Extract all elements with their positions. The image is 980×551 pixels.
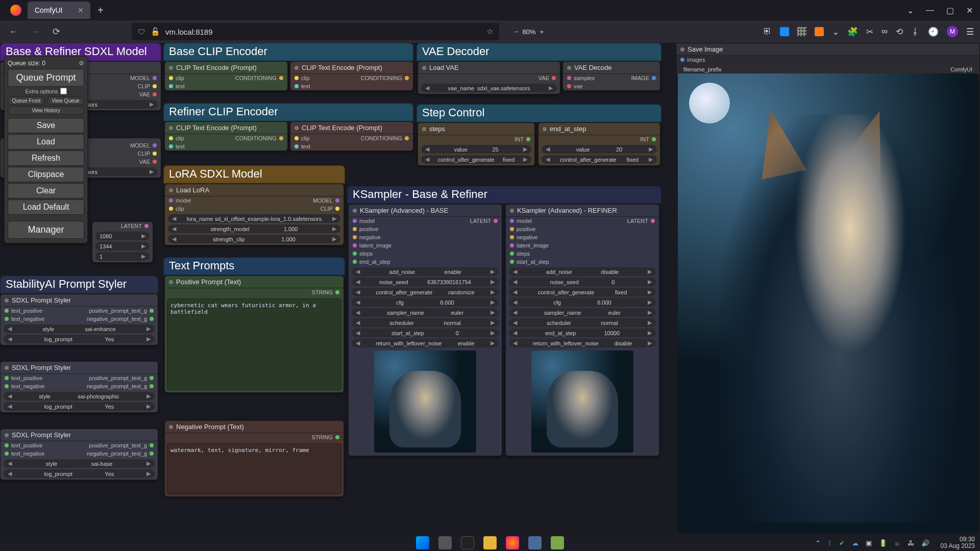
- manager-button[interactable]: Manager: [8, 221, 84, 239]
- node-steps[interactable]: steps INT ◀value25▶ ◀control_after_gener…: [418, 122, 535, 166]
- calculator-icon[interactable]: [528, 536, 542, 549]
- back-button[interactable]: ←: [6, 24, 20, 39]
- ksampler-param-sampler_name[interactable]: ◀sampler_nameeuler▶: [352, 308, 499, 317]
- history-icon[interactable]: 🕘: [928, 27, 939, 37]
- steps-cag[interactable]: ◀control_after_generatefixed▶: [421, 155, 531, 164]
- ksampler-param-end_at_step[interactable]: ◀end_at_step10000▶: [509, 329, 656, 337]
- window-close-icon[interactable]: ✕: [966, 6, 973, 15]
- extension-orange-icon[interactable]: [815, 27, 824, 36]
- clear-button[interactable]: Clear: [8, 183, 84, 198]
- styler-style[interactable]: ◀stylesai-enhance▶: [4, 324, 155, 333]
- onedrive-icon[interactable]: ☁: [852, 539, 859, 547]
- end-at-cag[interactable]: ◀control_after_generatefixed▶: [542, 155, 657, 164]
- ublock-icon[interactable]: ⛨: [763, 27, 772, 37]
- node-sdxl-prompt-styler-0[interactable]: SDXL Prompt Stylertext_positivepositive_…: [0, 294, 158, 345]
- group-refiner-clip[interactable]: Refiner CLIP Encoder: [163, 103, 413, 121]
- extra-options-checkbox[interactable]: [60, 88, 67, 94]
- battery-icon[interactable]: 🔋: [879, 539, 887, 547]
- node-save-image[interactable]: Save Image images filename_prefixComfyUI: [676, 43, 980, 76]
- profile-avatar[interactable]: M: [947, 26, 958, 37]
- group-vae[interactable]: VAE Decoder: [416, 43, 662, 61]
- view-queue-button[interactable]: View Queue: [47, 96, 84, 105]
- group-lora[interactable]: LoRA SDXL Model: [163, 165, 345, 184]
- end-at-value[interactable]: ◀value20▶: [542, 145, 657, 154]
- vae-name[interactable]: ◀vae_name sdxl_vae.safetensors▶: [421, 84, 557, 92]
- node-clip-encode-ref-pos[interactable]: CLIP Text Encode (Prompt) clipCONDITIONI…: [164, 121, 288, 151]
- shield-icon[interactable]: 🛡: [138, 28, 145, 36]
- ksampler-param-scheduler[interactable]: ◀schedulernormal▶: [352, 318, 499, 327]
- node-negative-prompt[interactable]: Negative Prompt (Text) STRING watermark,…: [164, 420, 344, 497]
- app-menu-icon[interactable]: ☰: [966, 27, 974, 37]
- window-minimize-icon[interactable]: —: [926, 6, 934, 15]
- security-icon[interactable]: ✔: [839, 539, 845, 547]
- browser-tab[interactable]: ComfyUI ×: [28, 2, 90, 19]
- notepad-icon[interactable]: [551, 536, 564, 549]
- negative-prompt-text[interactable]: watermark, text, signature, mirror, fram…: [167, 443, 341, 494]
- group-styler[interactable]: StabilityAI Prompt Styler: [0, 276, 158, 294]
- node-positive-prompt[interactable]: Positive Prompt (Text) STRING cybernetic…: [164, 276, 344, 393]
- node-empty-latent[interactable]: LATENT 1080▶ 1344▶ 1▶: [92, 221, 153, 263]
- lora-name[interactable]: ◀lora_name sd_xl_offset_example-lora_1.0…: [168, 214, 340, 223]
- positive-prompt-text[interactable]: cybernetic cat wears futuristic armor, i…: [167, 298, 341, 390]
- ksampler-param-add_noise[interactable]: ◀add_noisedisable▶: [509, 267, 656, 276]
- infinity-icon[interactable]: ∞: [881, 27, 888, 37]
- task-view-icon[interactable]: [438, 536, 452, 549]
- queue-prompt-button[interactable]: Queue Prompt: [8, 69, 84, 87]
- extra-options-toggle[interactable]: Extra options: [8, 88, 84, 94]
- group-ksampler[interactable]: KSampler - Base & Refiner: [347, 186, 662, 204]
- styler-style[interactable]: ◀stylesai-base▶: [4, 459, 155, 468]
- latent-height[interactable]: 1344▶: [95, 242, 150, 251]
- ksampler-param-scheduler[interactable]: ◀schedulernormal▶: [509, 318, 656, 327]
- steps-value[interactable]: ◀value25▶: [421, 145, 531, 154]
- group-step[interactable]: Step Control: [416, 104, 662, 122]
- zoom-in-button[interactable]: +: [540, 28, 544, 36]
- ksampler-param-cfg[interactable]: ◀cfg8.000▶: [509, 298, 656, 307]
- tab-dropdown-icon[interactable]: ⌄: [907, 6, 914, 15]
- ksampler-param-noise_seed[interactable]: ◀noise_seed0▶: [509, 278, 656, 286]
- pocket-icon[interactable]: ⌄: [832, 27, 839, 37]
- taskbar-clock[interactable]: 09:30 03 Aug 2023: [941, 536, 975, 549]
- group-base-clip[interactable]: Base CLIP Encoder: [163, 43, 413, 61]
- group-text-prompts[interactable]: Text Prompts: [163, 257, 345, 276]
- new-tab-button[interactable]: +: [97, 5, 104, 16]
- styler-log[interactable]: ◀log_promptYes▶: [4, 469, 155, 478]
- settings-gear-icon[interactable]: ⚙: [79, 60, 84, 67]
- load-default-button[interactable]: Load Default: [8, 199, 84, 215]
- extension-grid-icon[interactable]: [797, 27, 806, 36]
- ksampler-param-start_at_step[interactable]: ◀start_at_step0▶: [352, 329, 499, 337]
- zoom-level[interactable]: 80%: [523, 28, 536, 36]
- bookmark-star-icon[interactable]: ☆: [486, 27, 493, 36]
- clipspace-button[interactable]: Clipspace: [8, 167, 84, 182]
- node-ksampler-base[interactable]: KSampler (Advanced) - BASE modelLATENT p…: [348, 204, 502, 456]
- node-sdxl-prompt-styler-2[interactable]: SDXL Prompt Stylertext_positivepositive_…: [0, 429, 158, 480]
- node-clip-encode-ref-neg[interactable]: CLIP Text Encode (Prompt) clipCONDITIONI…: [290, 121, 413, 151]
- terminal-icon[interactable]: [461, 536, 474, 549]
- latent-width[interactable]: 1080▶: [95, 232, 150, 240]
- node-sdxl-prompt-styler-1[interactable]: SDXL Prompt Stylertext_positivepositive_…: [0, 361, 158, 413]
- node-clip-encode-base-pos[interactable]: CLIP Text Encode (Prompt) clipCONDITIONI…: [164, 61, 288, 91]
- ksampler-param-return_with_leftover_noise[interactable]: ◀return_with_leftover_noiseenable▶: [352, 339, 499, 347]
- node-end-at-step[interactable]: end_at_step INT ◀value20▶ ◀control_after…: [538, 122, 660, 166]
- reload-button[interactable]: ⟳: [49, 24, 63, 39]
- window-restore-icon[interactable]: ▢: [946, 6, 954, 15]
- network-icon[interactable]: 🖧: [908, 539, 914, 547]
- file-explorer-icon[interactable]: [483, 536, 497, 549]
- zoom-out-button[interactable]: −: [514, 28, 519, 36]
- ksampler-param-control_after_generate[interactable]: ◀control_after_generaterandomize▶: [352, 288, 499, 296]
- styler-log[interactable]: ◀log_promptYes▶: [4, 335, 155, 343]
- view-history-button[interactable]: View History: [8, 106, 84, 115]
- firefox-taskbar-icon[interactable]: [506, 536, 519, 549]
- save-button[interactable]: Save: [8, 118, 84, 133]
- ksampler-param-control_after_generate[interactable]: ◀control_after_generatefixed▶: [509, 288, 656, 296]
- tray-chevron-icon[interactable]: ⌃: [815, 539, 821, 547]
- cut-icon[interactable]: ✂: [866, 27, 873, 37]
- styler-log[interactable]: ◀log_promptYes▶: [4, 402, 155, 411]
- ksampler-param-cfg[interactable]: ◀cfg8.000▶: [352, 298, 499, 307]
- load-button[interactable]: Load: [8, 134, 84, 149]
- lora-strength-model[interactable]: ◀strength_model1.000▶: [168, 224, 340, 233]
- latent-batch[interactable]: 1▶: [95, 252, 150, 261]
- ksampler-param-add_noise[interactable]: ◀add_noiseenable▶: [352, 267, 499, 276]
- downloads-icon[interactable]: ⭳: [911, 27, 920, 37]
- node-clip-encode-base-neg[interactable]: CLIP Text Encode (Prompt) clipCONDITIONI…: [290, 61, 413, 91]
- node-load-lora[interactable]: Load LoRA modelMODEL clipCLIP ◀lora_name…: [164, 184, 344, 245]
